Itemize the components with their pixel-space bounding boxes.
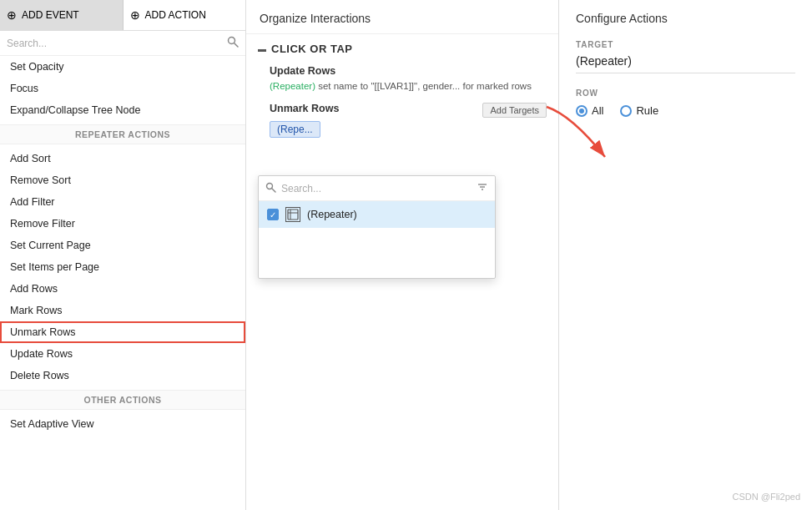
- search-icon: [227, 36, 239, 50]
- click-or-tap-header: ▬ CLICK OR TAP: [246, 34, 558, 60]
- add-event-label: ADD EVENT: [22, 9, 79, 21]
- filter-icon[interactable]: [477, 181, 488, 195]
- dropdown-item-repeater[interactable]: ✓ (Repeater): [259, 201, 495, 228]
- interaction-list: ▬ CLICK OR TAP Update Rows (Repeater) se…: [246, 34, 558, 510]
- section-other-actions: OTHER ACTIONS: [0, 390, 245, 410]
- target-field-value: (Repeater): [576, 54, 795, 73]
- list-item-remove-filter[interactable]: Remove Filter: [0, 213, 245, 235]
- list-item-set-current-page[interactable]: Set Current Page: [0, 235, 245, 256]
- update-rows-repeater-ref: (Repeater): [270, 81, 315, 91]
- list-item-unmark-rows[interactable]: Unmark Rows: [0, 321, 245, 343]
- dropdown-search-input[interactable]: [281, 183, 472, 194]
- list-item-update-rows[interactable]: Update Rows: [0, 343, 245, 365]
- left-panel: ⊕ ADD EVENT ⊕ ADD ACTION Set Opacity Foc…: [0, 0, 246, 510]
- middle-panel: Organize Interactions ▬ CLICK OR TAP Upd…: [246, 0, 559, 510]
- add-event-icon: ⊕: [7, 8, 17, 22]
- list-item-add-sort[interactable]: Add Sort: [0, 148, 245, 169]
- list-item-add-filter[interactable]: Add Filter: [0, 191, 245, 213]
- list-item-focus[interactable]: Focus: [0, 78, 245, 99]
- update-rows-block: Update Rows (Repeater) set name to "[[LV…: [246, 60, 558, 98]
- add-targets-row: Unmark Rows Add Targets: [270, 103, 547, 118]
- add-targets-button[interactable]: Add Targets: [482, 103, 547, 118]
- target-dropdown: ✓ (Repeater): [258, 175, 496, 279]
- checkbox-checked-icon: ✓: [267, 209, 279, 220]
- dropdown-search-row: [259, 176, 495, 201]
- target-pill-repeater[interactable]: (Repe...: [270, 121, 320, 138]
- dropdown-search-icon: [265, 182, 276, 195]
- collapse-icon: ▬: [258, 44, 266, 53]
- svg-rect-7: [288, 210, 298, 220]
- row-radio-group: All Rule: [576, 104, 795, 117]
- watermark: CSDN @Fli2ped: [733, 492, 800, 502]
- search-input[interactable]: [7, 38, 227, 49]
- svg-line-3: [272, 188, 276, 192]
- update-rows-desc: (Repeater) set name to "[[LVAR1]]", gend…: [270, 79, 547, 93]
- list-item-remove-sort[interactable]: Remove Sort: [0, 169, 245, 191]
- add-action-button[interactable]: ⊕ ADD ACTION: [124, 0, 246, 30]
- middle-panel-title: Organize Interactions: [246, 0, 558, 34]
- radio-all-circle: [576, 105, 588, 117]
- add-event-button[interactable]: ⊕ ADD EVENT: [0, 0, 124, 30]
- add-action-label: ADD ACTION: [145, 9, 206, 21]
- top-buttons: ⊕ ADD EVENT ⊕ ADD ACTION: [0, 0, 245, 31]
- add-action-icon: ⊕: [130, 8, 140, 22]
- update-rows-title: Update Rows: [270, 65, 547, 77]
- list-item-expand-collapse[interactable]: Expand/Collapse Tree Node: [0, 99, 245, 121]
- list-item-set-items-per-page[interactable]: Set Items per Page: [0, 256, 245, 278]
- repeater-icon: [285, 207, 300, 222]
- radio-rule-label: Rule: [636, 104, 658, 117]
- unmark-rows-title: Unmark Rows: [270, 103, 339, 114]
- radio-rule[interactable]: Rule: [620, 104, 658, 117]
- right-panel: Configure Actions TARGET (Repeater) ROW …: [559, 0, 812, 510]
- list-item-delete-rows[interactable]: Delete Rows: [0, 365, 245, 386]
- target-pill-label: (Repe...: [277, 124, 313, 135]
- radio-rule-circle: [620, 105, 632, 117]
- row-field-label: ROW: [576, 88, 795, 98]
- list-item-set-opacity[interactable]: Set Opacity: [0, 56, 245, 78]
- target-field-label: TARGET: [576, 40, 795, 49]
- dropdown-empty-space: [259, 228, 495, 278]
- svg-line-1: [235, 43, 239, 48]
- list-item-set-adaptive-view[interactable]: Set Adaptive View: [0, 413, 245, 435]
- radio-all-label: All: [592, 104, 603, 117]
- click-or-tap-label: CLICK OR TAP: [271, 43, 352, 55]
- list-item-add-rows[interactable]: Add Rows: [0, 278, 245, 300]
- left-list: Set Opacity Focus Expand/Collapse Tree N…: [0, 56, 245, 510]
- radio-all[interactable]: All: [576, 104, 603, 117]
- unmark-rows-block: Unmark Rows Add Targets (Repe...: [246, 98, 558, 143]
- target-pills: (Repe...: [270, 121, 547, 138]
- list-item-mark-rows[interactable]: Mark Rows: [0, 300, 245, 321]
- search-container: [0, 31, 245, 56]
- section-repeater-actions: REPEATER ACTIONS: [0, 124, 245, 144]
- right-panel-title: Configure Actions: [576, 12, 795, 25]
- dropdown-item-label: (Repeater): [307, 209, 357, 220]
